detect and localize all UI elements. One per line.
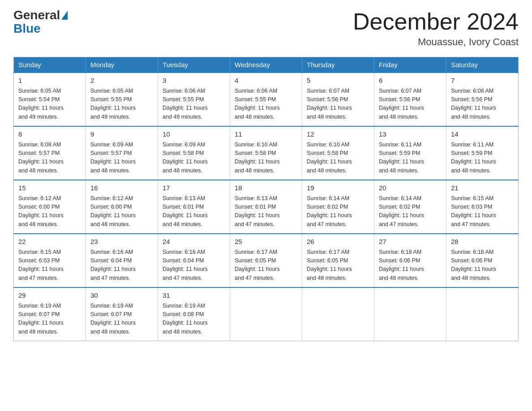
day-number: 17 [163,183,225,193]
week-row-4: 22Sunrise: 6:15 AM Sunset: 6:03 PM Dayli… [14,234,519,287]
week-row-3: 15Sunrise: 6:12 AM Sunset: 6:00 PM Dayli… [14,180,519,234]
day-info: Sunrise: 6:16 AM Sunset: 6:04 PM Dayligh… [163,248,225,283]
day-info: Sunrise: 6:11 AM Sunset: 5:59 PM Dayligh… [451,141,514,176]
day-number: 16 [90,183,153,193]
day-cell [374,287,446,341]
column-header-sunday: Sunday [14,57,86,73]
day-number: 19 [307,183,369,193]
day-cell: 26Sunrise: 6:17 AM Sunset: 6:05 PM Dayli… [302,234,374,287]
month-title: December 2024 [353,9,519,34]
day-cell: 1Sunrise: 6:05 AM Sunset: 5:54 PM Daylig… [14,73,86,126]
column-header-wednesday: Wednesday [230,57,302,73]
logo-general-text: General [13,9,60,21]
day-cell: 3Sunrise: 6:06 AM Sunset: 5:55 PM Daylig… [158,73,230,126]
day-cell: 10Sunrise: 6:09 AM Sunset: 5:58 PM Dayli… [158,126,230,180]
day-info: Sunrise: 6:18 AM Sunset: 6:06 PM Dayligh… [379,248,442,283]
calendar-header-row: SundayMondayTuesdayWednesdayThursdayFrid… [14,57,519,73]
day-info: Sunrise: 6:17 AM Sunset: 6:05 PM Dayligh… [307,248,369,283]
day-number: 7 [451,76,514,86]
column-header-tuesday: Tuesday [158,57,230,73]
day-number: 31 [163,291,225,301]
day-cell: 14Sunrise: 6:11 AM Sunset: 5:59 PM Dayli… [446,126,519,180]
day-info: Sunrise: 6:11 AM Sunset: 5:59 PM Dayligh… [379,141,442,176]
day-number: 5 [307,76,369,86]
day-number: 23 [90,237,153,247]
day-cell: 16Sunrise: 6:12 AM Sunset: 6:00 PM Dayli… [86,180,158,234]
day-info: Sunrise: 6:16 AM Sunset: 6:04 PM Dayligh… [90,248,153,283]
day-number: 3 [163,76,225,86]
day-number: 10 [163,129,225,140]
day-info: Sunrise: 6:08 AM Sunset: 5:56 PM Dayligh… [451,87,514,122]
day-cell: 12Sunrise: 6:10 AM Sunset: 5:58 PM Dayli… [302,126,374,180]
day-info: Sunrise: 6:09 AM Sunset: 5:58 PM Dayligh… [163,141,225,176]
day-info: Sunrise: 6:07 AM Sunset: 5:56 PM Dayligh… [379,87,442,122]
day-number: 24 [163,237,225,247]
day-info: Sunrise: 6:15 AM Sunset: 6:03 PM Dayligh… [451,194,514,229]
column-header-friday: Friday [374,57,446,73]
day-info: Sunrise: 6:19 AM Sunset: 6:08 PM Dayligh… [163,302,225,337]
day-cell [446,287,519,341]
day-number: 12 [307,129,369,140]
column-header-thursday: Thursday [302,57,374,73]
logo-blue-text: Blue [13,21,41,36]
day-cell: 23Sunrise: 6:16 AM Sunset: 6:04 PM Dayli… [86,234,158,287]
location: Mouassue, Ivory Coast [353,36,519,48]
day-cell [230,287,302,341]
day-number: 25 [235,237,297,247]
day-number: 22 [18,237,81,247]
logo: General Blue [13,9,69,36]
day-number: 8 [18,129,81,140]
day-cell: 5Sunrise: 6:07 AM Sunset: 5:56 PM Daylig… [302,73,374,126]
day-number: 26 [307,237,369,247]
day-cell: 31Sunrise: 6:19 AM Sunset: 6:08 PM Dayli… [158,287,230,341]
day-info: Sunrise: 6:13 AM Sunset: 6:01 PM Dayligh… [163,194,225,229]
day-cell: 7Sunrise: 6:08 AM Sunset: 5:56 PM Daylig… [446,73,519,126]
day-number: 14 [451,129,514,140]
title-section: December 2024 Mouassue, Ivory Coast [353,9,519,48]
day-info: Sunrise: 6:06 AM Sunset: 5:55 PM Dayligh… [235,87,297,122]
day-cell: 28Sunrise: 6:18 AM Sunset: 6:06 PM Dayli… [446,234,519,287]
day-cell: 24Sunrise: 6:16 AM Sunset: 6:04 PM Dayli… [158,234,230,287]
day-number: 1 [18,76,81,86]
day-info: Sunrise: 6:14 AM Sunset: 6:02 PM Dayligh… [307,194,369,229]
week-row-2: 8Sunrise: 6:08 AM Sunset: 5:57 PM Daylig… [14,126,519,180]
day-number: 2 [90,76,153,86]
day-cell [302,287,374,341]
day-info: Sunrise: 6:14 AM Sunset: 6:02 PM Dayligh… [379,194,442,229]
column-header-monday: Monday [86,57,158,73]
day-info: Sunrise: 6:09 AM Sunset: 5:57 PM Dayligh… [90,141,153,176]
day-number: 4 [235,76,297,86]
day-cell: 18Sunrise: 6:13 AM Sunset: 6:01 PM Dayli… [230,180,302,234]
day-info: Sunrise: 6:15 AM Sunset: 6:03 PM Dayligh… [18,248,81,283]
column-header-saturday: Saturday [446,57,519,73]
day-number: 20 [379,183,442,193]
day-info: Sunrise: 6:12 AM Sunset: 6:00 PM Dayligh… [18,194,81,229]
day-number: 11 [235,129,297,140]
day-info: Sunrise: 6:13 AM Sunset: 6:01 PM Dayligh… [235,194,297,229]
day-cell: 30Sunrise: 6:19 AM Sunset: 6:07 PM Dayli… [86,287,158,341]
day-info: Sunrise: 6:18 AM Sunset: 6:06 PM Dayligh… [451,248,514,283]
day-info: Sunrise: 6:08 AM Sunset: 5:57 PM Dayligh… [18,141,81,176]
day-cell: 2Sunrise: 6:05 AM Sunset: 5:55 PM Daylig… [86,73,158,126]
day-info: Sunrise: 6:05 AM Sunset: 5:54 PM Dayligh… [18,87,81,122]
page-header: General Blue December 2024 Mouassue, Ivo… [13,9,519,48]
week-row-1: 1Sunrise: 6:05 AM Sunset: 5:54 PM Daylig… [14,73,519,126]
day-number: 21 [451,183,514,193]
day-number: 27 [379,237,442,247]
day-info: Sunrise: 6:06 AM Sunset: 5:55 PM Dayligh… [163,87,225,122]
day-number: 28 [451,237,514,247]
day-number: 18 [235,183,297,193]
day-info: Sunrise: 6:07 AM Sunset: 5:56 PM Dayligh… [307,87,369,122]
day-number: 30 [90,291,153,301]
day-cell: 8Sunrise: 6:08 AM Sunset: 5:57 PM Daylig… [14,126,86,180]
day-number: 29 [18,291,81,301]
day-cell: 13Sunrise: 6:11 AM Sunset: 5:59 PM Dayli… [374,126,446,180]
day-info: Sunrise: 6:10 AM Sunset: 5:58 PM Dayligh… [235,141,297,176]
day-cell: 9Sunrise: 6:09 AM Sunset: 5:57 PM Daylig… [86,126,158,180]
day-info: Sunrise: 6:10 AM Sunset: 5:58 PM Dayligh… [307,141,369,176]
day-number: 9 [90,129,153,140]
day-cell: 25Sunrise: 6:17 AM Sunset: 6:05 PM Dayli… [230,234,302,287]
logo-triangle-icon [61,11,68,20]
day-number: 13 [379,129,442,140]
day-info: Sunrise: 6:17 AM Sunset: 6:05 PM Dayligh… [235,248,297,283]
